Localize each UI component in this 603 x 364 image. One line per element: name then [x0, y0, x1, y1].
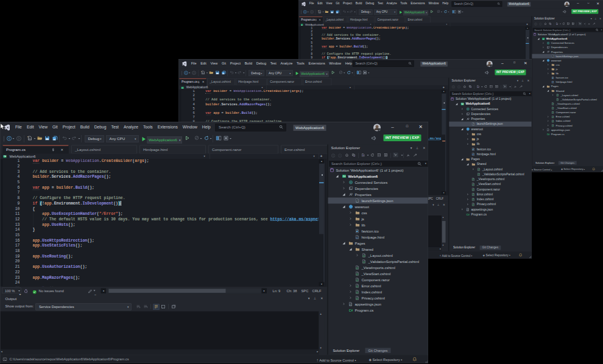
svg-text:@: @ [557, 99, 559, 101]
svg-text:@: @ [552, 111, 554, 114]
svg-text:@: @ [552, 116, 554, 119]
svg-text:@: @ [472, 194, 474, 196]
svg-text:<>: <> [356, 237, 359, 239]
svg-text:@: @ [362, 261, 365, 264]
svg-text:@: @ [552, 103, 554, 105]
svg-text:C#: C# [4, 155, 6, 158]
svg-text:@: @ [356, 279, 358, 282]
svg-text:@: @ [356, 297, 358, 300]
svg-text:@: @ [356, 291, 358, 294]
svg-text:@: @ [472, 184, 474, 186]
svg-text:@: @ [478, 173, 480, 176]
svg-text:<>: <> [472, 153, 474, 156]
svg-text:@: @ [472, 204, 474, 206]
svg-text:@: @ [557, 94, 559, 97]
svg-text:@: @ [478, 169, 480, 171]
svg-text:@: @ [356, 273, 358, 276]
svg-text:{}: {} [349, 304, 351, 306]
svg-text:<>: <> [552, 81, 554, 83]
svg-text:{}: {} [356, 200, 358, 203]
svg-text:{}: {} [472, 123, 474, 125]
svg-text:{}: {} [467, 209, 469, 211]
svg-text:C#: C# [547, 133, 550, 136]
svg-text:@: @ [362, 254, 365, 257]
svg-text:@: @ [472, 189, 474, 191]
svg-text:{}: {} [552, 56, 554, 58]
svg-text:@: @ [552, 121, 554, 123]
svg-text:@: @ [552, 107, 554, 110]
svg-text:C#: C# [461, 103, 464, 105]
svg-text:{}: {} [547, 130, 549, 131]
svg-text:@: @ [472, 198, 474, 201]
svg-text:@: @ [356, 267, 358, 270]
svg-text:C#: C# [349, 309, 353, 312]
svg-text:@: @ [356, 285, 358, 288]
svg-text:C#: C# [467, 213, 470, 216]
svg-text:@: @ [472, 178, 474, 181]
svg-text:C#: C# [343, 175, 346, 178]
svg-text:@: @ [552, 125, 554, 127]
